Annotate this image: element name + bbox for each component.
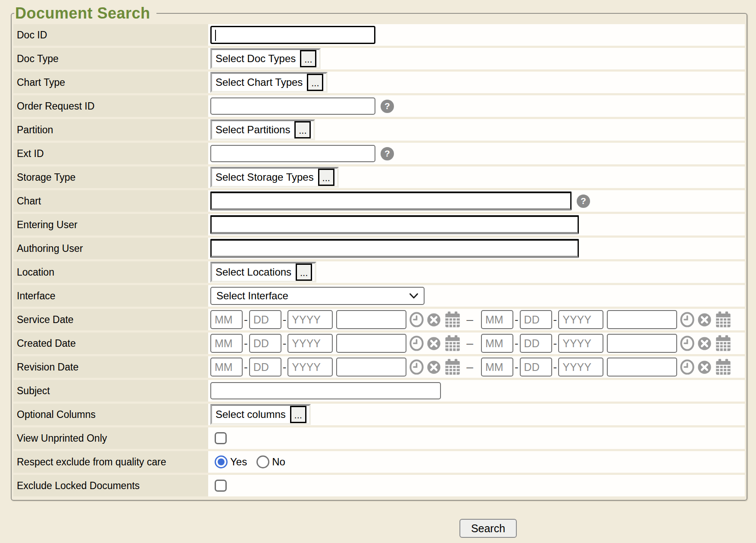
chevron-down-icon xyxy=(409,290,419,302)
row-interface: InterfaceSelect Interface xyxy=(13,285,745,307)
chart-help-icon[interactable]: ? xyxy=(577,195,590,208)
authoring-user-input-cell xyxy=(208,238,745,259)
chart-type-label: Chart Type xyxy=(13,72,208,93)
doc-type-multiselect[interactable]: Select Doc Types... xyxy=(210,48,321,69)
created-date-from-time-input[interactable] xyxy=(336,334,406,353)
date-separator: - xyxy=(283,361,287,374)
ext-id-input[interactable] xyxy=(210,145,375,162)
service-date-from-month-input[interactable] xyxy=(210,310,243,329)
date-separator: - xyxy=(244,313,248,326)
revision-date-from-clear-icon[interactable] xyxy=(427,360,441,374)
created-date-to-month-input[interactable] xyxy=(481,334,513,353)
doc-type-more-button[interactable]: ... xyxy=(300,50,316,67)
service-date-to-calendar-icon[interactable] xyxy=(715,311,732,328)
chart-input[interactable] xyxy=(210,191,572,210)
created-date-from-year-input[interactable] xyxy=(287,334,333,353)
created-date-from-month-input[interactable] xyxy=(210,334,243,353)
revision-date-from-month-input[interactable] xyxy=(210,358,243,377)
ext-id-help-icon[interactable]: ? xyxy=(381,147,394,160)
location-multiselect[interactable]: Select Locations... xyxy=(210,262,316,282)
actions-bar: Search xyxy=(0,519,756,538)
service-date-from-time-input[interactable] xyxy=(336,310,406,329)
service-date-to-clock-icon[interactable] xyxy=(680,312,694,327)
created-date-from-calendar-icon[interactable] xyxy=(444,335,461,352)
service-date-to-month-input[interactable] xyxy=(481,310,513,329)
storage-type-multiselect[interactable]: Select Storage Types... xyxy=(210,167,339,188)
service-date-from-year-input[interactable] xyxy=(287,310,333,329)
created-date-to-clock-icon[interactable] xyxy=(680,336,694,351)
service-date-to-day-input[interactable] xyxy=(520,310,552,329)
created-date-to-year-input[interactable] xyxy=(558,334,603,353)
respect-exclude-quality-care-radio-no-label[interactable]: No xyxy=(272,456,285,468)
exclude-locked-documents-checkbox[interactable] xyxy=(215,480,227,492)
entering-user-input[interactable] xyxy=(210,215,579,234)
search-form-rows: Doc IDDoc TypeSelect Doc Types...Chart T… xyxy=(13,24,745,496)
date-separator: - xyxy=(553,337,557,350)
date-separator: - xyxy=(515,361,519,374)
created-date-input-cell: --–-- xyxy=(208,333,745,354)
revision-date-to-clock-icon[interactable] xyxy=(680,359,694,375)
date-separator: - xyxy=(515,337,519,350)
subject-input[interactable] xyxy=(210,382,441,399)
revision-date-to-clear-icon[interactable] xyxy=(697,360,712,374)
created-date-from-day-input[interactable] xyxy=(249,334,281,353)
date-separator: - xyxy=(553,361,557,374)
optional-columns-multiselect[interactable]: Select columns... xyxy=(210,404,311,425)
service-date-from-clock-icon[interactable] xyxy=(409,312,424,327)
optional-columns-multiselect-value: Select columns xyxy=(216,408,286,421)
revision-date-from-time-input[interactable] xyxy=(336,358,406,377)
doc-id-input[interactable] xyxy=(210,26,375,44)
page-title: Document Search xyxy=(14,4,156,22)
respect-exclude-quality-care-radio-yes-label[interactable]: Yes xyxy=(230,456,247,468)
authoring-user-input[interactable] xyxy=(210,239,579,258)
chart-type-more-button[interactable]: ... xyxy=(307,74,323,91)
service-date-input-cell: --–-- xyxy=(208,309,745,330)
created-date-from-clock-icon[interactable] xyxy=(409,336,424,351)
service-date-from-day-input[interactable] xyxy=(249,310,281,329)
view-unprinted-only-checkbox[interactable] xyxy=(215,432,227,444)
storage-type-input-cell: Select Storage Types... xyxy=(208,166,745,188)
revision-date-to-day-input[interactable] xyxy=(520,358,552,377)
revision-date-from-calendar-icon[interactable] xyxy=(444,358,461,376)
revision-date-to-calendar-icon[interactable] xyxy=(715,358,732,376)
created-date-from-clear-icon[interactable] xyxy=(427,336,441,351)
chart-type-input-cell: Select Chart Types... xyxy=(208,72,745,93)
service-date-from-clear-icon[interactable] xyxy=(427,313,441,327)
storage-type-more-button[interactable]: ... xyxy=(318,169,334,186)
revision-date-to-time-input[interactable] xyxy=(607,358,677,377)
doc-id-input-cell xyxy=(208,24,745,46)
chart-type-multiselect[interactable]: Select Chart Types... xyxy=(210,72,328,93)
service-date-to-year-input[interactable] xyxy=(558,310,603,329)
respect-exclude-quality-care-radio-yes[interactable] xyxy=(215,455,228,468)
date-separator: - xyxy=(244,337,248,350)
revision-date-from-year-input[interactable] xyxy=(287,358,333,377)
created-date-to-time-input[interactable] xyxy=(607,334,677,353)
service-date-to-clear-icon[interactable] xyxy=(697,313,712,327)
revision-date-label: Revision Date xyxy=(13,356,208,378)
revision-date-to-year-input[interactable] xyxy=(558,358,603,377)
row-partition: PartitionSelect Partitions... xyxy=(13,119,745,141)
revision-date-from-clock-icon[interactable] xyxy=(409,359,424,375)
created-date-to-calendar-icon[interactable] xyxy=(715,335,732,352)
service-date-from-calendar-icon[interactable] xyxy=(444,311,461,328)
revision-date-from-day-input[interactable] xyxy=(249,358,281,377)
partition-multiselect[interactable]: Select Partitions... xyxy=(210,119,315,140)
optional-columns-input-cell: Select columns... xyxy=(208,404,745,425)
search-button[interactable]: Search xyxy=(459,519,517,538)
interface-select[interactable]: Select Interface xyxy=(210,287,425,305)
revision-date-input-cell: --–-- xyxy=(208,356,745,378)
row-ext-id: Ext ID? xyxy=(13,143,745,164)
entering-user-label: Entering User xyxy=(13,214,208,235)
order-request-id-input[interactable] xyxy=(210,97,375,115)
optional-columns-more-button[interactable]: ... xyxy=(290,406,306,423)
partition-more-button[interactable]: ... xyxy=(294,121,311,138)
date-separator: - xyxy=(515,313,519,326)
revision-date-to-month-input[interactable] xyxy=(481,358,513,377)
location-more-button[interactable]: ... xyxy=(296,264,312,281)
service-date-to-time-input[interactable] xyxy=(607,310,677,329)
respect-exclude-quality-care-radio-no[interactable] xyxy=(256,455,269,468)
order-request-id-help-icon[interactable]: ? xyxy=(381,100,394,113)
exclude-locked-documents-input-cell xyxy=(208,475,745,496)
created-date-to-clear-icon[interactable] xyxy=(697,336,712,351)
created-date-to-day-input[interactable] xyxy=(520,334,552,353)
